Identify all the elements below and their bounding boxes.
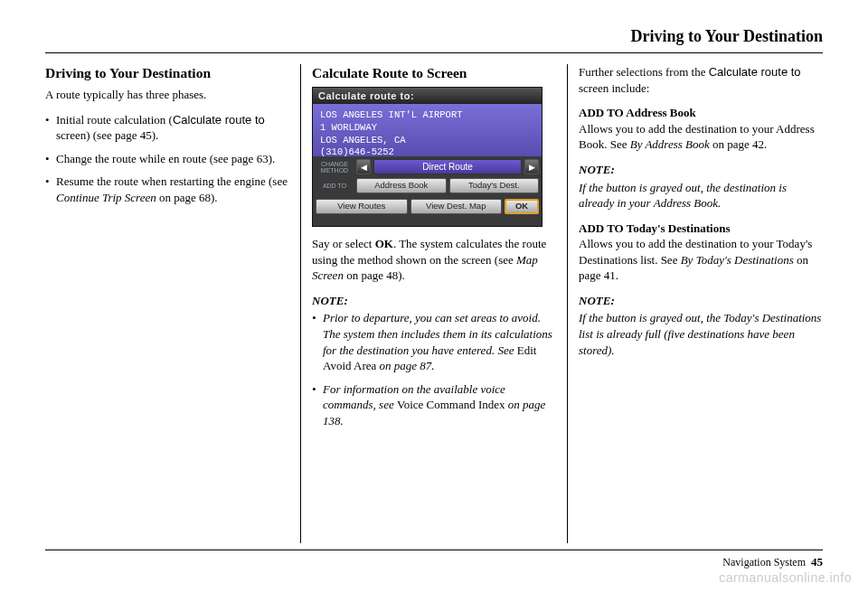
list-item: Initial route calculation (Calculate rou… <box>45 112 289 144</box>
column-3: Further selections from the Calculate ro… <box>568 64 823 543</box>
col3-section: ADD TO Address Book Allows you to add th… <box>579 105 823 153</box>
col3-section: ADD TO Today's Destinations Allows you t… <box>579 221 823 284</box>
page-footer: Navigation System 45 <box>45 550 823 570</box>
text: on page 48). <box>344 268 405 282</box>
text: on page 87. <box>376 359 434 372</box>
ss-view-routes-button[interactable]: View Routes <box>316 199 408 214</box>
ss-address-book-button[interactable]: Address Book <box>356 178 447 193</box>
text: Say or select <box>312 237 375 250</box>
col2-paragraph: Say or select OK. The system calculates … <box>312 236 556 284</box>
text: Initial route calculation ( <box>56 113 173 127</box>
subheading: ADD TO Today's Destinations <box>579 221 731 235</box>
col1-heading: Driving to Your Destination <box>45 64 289 83</box>
col3-intro: Further selections from the Calculate ro… <box>579 64 823 96</box>
col1-intro: A route typically has three phases. <box>45 87 289 103</box>
text: Further selections from the <box>579 65 709 79</box>
ss-add-to-label: ADD TO <box>316 183 354 189</box>
ss-dest-line: 1 WORLDWAY <box>320 122 534 135</box>
note-text: If the button is grayed out, the destina… <box>579 180 823 211</box>
ss-row-change-method: CHANGE METHOD ◀ Direct Route ▶ <box>313 158 542 175</box>
list-item: For information on the available voice c… <box>312 381 556 429</box>
list-item: Resume the route when restarting the eng… <box>45 174 289 205</box>
ss-destination-panel: LOS ANGELES INT'L AIRPORT 1 WORLDWAY LOS… <box>313 104 542 156</box>
ss-title: Calculate route to: <box>313 88 542 104</box>
col2-heading: Calculate Route to Screen <box>312 64 556 83</box>
text: screen include: <box>579 81 649 95</box>
ss-dest-line: (310)646-5252 <box>320 146 534 159</box>
ss-todays-dest-button[interactable]: Today's Dest. <box>449 178 540 193</box>
ss-row-add-to: ADD TO Address Book Today's Dest. <box>313 177 542 194</box>
text: Resume the route when restarting the eng… <box>56 174 288 188</box>
list-item: Prior to departure, you can set areas to… <box>312 310 556 373</box>
note-label: NOTE: <box>312 293 556 309</box>
subheading: ADD TO Address Book <box>579 106 696 119</box>
ss-view-dest-map-button[interactable]: View Dest. Map <box>410 199 503 214</box>
ss-change-method-label: CHANGE METHOD <box>316 161 354 174</box>
ss-dest-line: LOS ANGELES INT'L AIRPORT <box>320 109 534 122</box>
note-label: NOTE: <box>579 293 823 309</box>
page-number: 45 <box>811 555 823 569</box>
watermark: carmanualsonline.info <box>719 569 852 587</box>
column-2: Calculate Route to Screen Calculate rout… <box>301 64 568 543</box>
column-1: Driving to Your Destination A route typi… <box>45 64 301 543</box>
note-label: NOTE: <box>579 162 823 178</box>
col2-note-list: Prior to departure, you can set areas to… <box>312 310 556 428</box>
reference: By Address Book <box>630 137 710 151</box>
reference: Voice Command Index <box>397 398 505 411</box>
reference: Continue Trip Screen <box>56 191 156 204</box>
ss-dest-line: LOS ANGELES, CA <box>320 135 534 147</box>
col1-bullet-list: Initial route calculation (Calculate rou… <box>45 112 289 206</box>
reference: By Today's Destinations <box>681 253 794 267</box>
main-columns: Driving to Your Destination A route typi… <box>45 64 823 543</box>
page-header: Driving to Your Destination <box>45 25 823 53</box>
footer-label: Navigation System <box>722 556 806 569</box>
ui-term: OK <box>375 237 393 250</box>
chevron-left-icon[interactable]: ◀ <box>356 159 371 174</box>
text: on page 68). <box>156 191 218 204</box>
list-item: Change the route while en route (see pag… <box>45 151 289 167</box>
note-text: If the button is grayed out, the Today's… <box>579 310 823 358</box>
text: on page 42. <box>710 137 768 151</box>
nav-screenshot: Calculate route to: LOS ANGELES INT'L AI… <box>312 87 542 227</box>
ui-term: Calculate route to <box>709 65 801 79</box>
ss-direct-route[interactable]: Direct Route <box>373 159 522 174</box>
ss-row-bottom: View Routes View Dest. Map OK <box>313 198 542 215</box>
text: screen) (see page 45). <box>56 128 158 142</box>
chevron-right-icon[interactable]: ▶ <box>524 159 539 174</box>
ui-term: Calculate route to <box>173 113 265 127</box>
ss-ok-button[interactable]: OK <box>505 199 539 214</box>
